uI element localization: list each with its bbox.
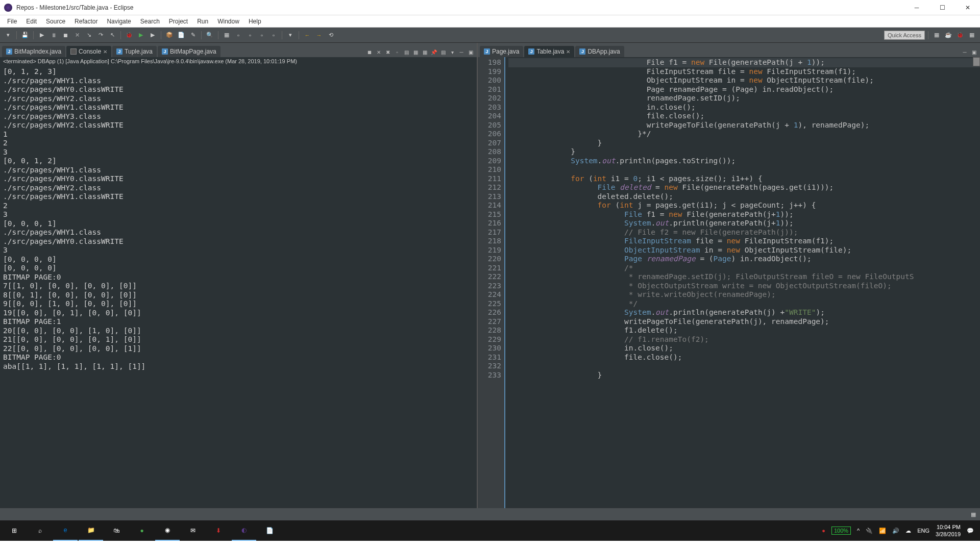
code-line[interactable]: in.close(); [508,103,980,112]
code-line[interactable]: /* [508,264,980,273]
perspective-resource-button[interactable]: ▦ [932,30,942,40]
console-toolbtn-2[interactable]: ✖ [384,48,392,56]
new-button[interactable]: ▾ [3,30,13,40]
console-toolbtn-10[interactable]: ─ [457,48,465,56]
debug-pause-button[interactable]: ⏸ [48,30,59,40]
code-line[interactable]: } [508,139,980,148]
editor[interactable]: 1981992002012022032042052062072082092102… [478,57,980,508]
code-line[interactable]: File deleted = new File(generatePath(pag… [508,183,980,192]
maximize-button[interactable]: ☐ [934,2,950,14]
code-line[interactable]: FileInputStream file = new FileInputStre… [508,237,980,246]
menu-window[interactable]: Window [213,17,243,26]
console-toolbtn-11[interactable]: ▣ [467,48,475,56]
code-line[interactable]: renamedPage.setID(j); [508,94,980,103]
perspective-git-button[interactable]: ▦ [967,30,977,40]
code-line[interactable]: f1.delete(); [508,326,980,335]
new-package-button[interactable]: 📦 [164,30,175,40]
perspective-java-button[interactable]: ☕ [943,30,953,40]
code-line[interactable]: System.out.println(generatePath(j+1)); [508,219,980,228]
debug-resume-button[interactable]: ▶ [37,30,47,40]
tab-table-java[interactable]: Table.java✕ [524,46,574,57]
battery-indicator[interactable]: 100% [831,527,851,535]
console-toolbtn-4[interactable]: ▤ [402,48,410,56]
step-into-button[interactable]: ↘ [84,30,94,40]
tab-bitmappage-java[interactable]: BitMapPage.java [158,46,220,57]
edge-taskbar-icon[interactable]: e [53,520,78,541]
code-line[interactable]: ObjectInputStream in = new ObjectInputSt… [508,76,980,85]
code-line[interactable]: deleted.delete(); [508,192,980,202]
step-over-button[interactable]: ↷ [95,30,106,40]
console-toolbtn-9[interactable]: ▾ [448,48,456,56]
chrome-taskbar-icon[interactable]: ◉ [155,520,180,541]
menu-help[interactable]: Help [244,17,265,26]
code-line[interactable]: File f1 = new File(generatePath(j + 1)); [508,58,980,67]
minimize-button[interactable]: ─ [909,2,925,14]
code-line[interactable]: // File f2 = new File(generatePath(j)); [508,228,980,237]
tab-dbapp-java[interactable]: DBApp.java [575,46,624,57]
code-line[interactable]: writePageToFile(generatePath(j + 1), ren… [508,121,980,130]
code-line[interactable]: File f1 = new File(generatePath(j+1)); [508,210,980,219]
tab-close-icon[interactable]: ✕ [566,49,570,55]
toggle-mark-button[interactable]: ▫ [233,30,243,40]
menu-search[interactable]: Search [136,17,164,26]
close-button[interactable]: ✕ [960,2,976,14]
tab-tuple-java[interactable]: Tuple.java [112,46,157,57]
overview-ruler[interactable] [973,57,980,66]
console-output[interactable]: [0, 1, 2, 3] ./src/pages/WHY1.class ./sr… [0,66,477,508]
next-annotation-button[interactable]: ▾ [285,30,296,40]
console-toolbtn-3[interactable]: ▫ [393,48,401,56]
system-tray[interactable]: ● 100% ^ 🔌 📶 🔊 ☁ ENG 10:04 PM 3/28/2019 … [818,523,978,538]
mail-taskbar-icon[interactable]: ✉ [181,520,205,541]
tab-close-icon[interactable]: ✕ [103,49,107,55]
volume-icon[interactable]: 🔊 [892,528,899,534]
code-line[interactable] [508,362,980,371]
menu-project[interactable]: Project [165,17,192,26]
menu-run[interactable]: Run [193,17,212,26]
code-line[interactable]: * write.writeObject(renamedPage); [508,290,980,299]
code-line[interactable]: // f1.renameTo(f2); [508,335,980,344]
store-taskbar-icon[interactable]: 🛍 [104,520,129,541]
clock[interactable]: 10:04 PM 3/28/2019 [936,523,961,538]
debug-button[interactable]: 🐞 [124,30,134,40]
step-return-button[interactable]: ↖ [107,30,117,40]
tray-up-icon[interactable]: ^ [857,528,860,534]
tab-bitmapindex-java[interactable]: BitMapIndex.java [2,46,65,57]
search-button[interactable]: 🔍 [205,30,215,40]
console-toolbtn-7[interactable]: 📌 [430,48,438,56]
acrobat-taskbar-icon[interactable]: ⬇ [206,520,231,541]
code-line[interactable]: file.close(); [508,353,980,362]
code-line[interactable]: for (int i1 = 0; i1 < pages.size(); i1++… [508,174,980,184]
forward-button[interactable]: → [314,30,324,40]
power-icon[interactable]: 🔌 [866,528,873,534]
open-type-button[interactable]: ✎ [188,30,198,40]
code-line[interactable]: file.close(); [508,112,980,121]
annotation-button[interactable]: ▫ [268,30,279,40]
menu-file[interactable]: File [3,17,21,26]
code-line[interactable]: } [508,147,980,157]
console-toolbtn-8[interactable]: ▤ [439,48,447,56]
onedrive-icon[interactable]: ☁ [905,528,911,534]
start-button[interactable]: ⊞ [2,520,27,541]
explorer-taskbar-icon[interactable]: 📁 [79,520,103,541]
menu-refactor[interactable]: Refactor [70,17,102,26]
search-taskbar-button[interactable]: ⌕ [28,520,52,541]
console-toolbtn-0[interactable]: ⏹ [365,48,374,56]
run-button[interactable]: ▶ [136,30,146,40]
debug-disconnect-button[interactable]: ⤫ [72,30,82,40]
menu-navigate[interactable]: Navigate [103,17,135,26]
tab-console[interactable]: Console✕ [66,46,111,57]
code-line[interactable]: }*/ [508,130,980,139]
console-toolbtn-5[interactable]: ▦ [411,48,420,56]
save-button[interactable]: 💾 [20,30,30,40]
eclipse-taskbar-icon[interactable]: ◐ [232,520,256,541]
code-line[interactable]: FileInputStream file = new FileInputStre… [508,67,980,77]
last-edit-button[interactable]: ⟲ [326,30,336,40]
menu-edit[interactable]: Edit [22,17,41,26]
perspective-debug-button[interactable]: 🐞 [955,30,965,40]
toggle-block-button[interactable]: ▫ [245,30,255,40]
debug-stop-button[interactable]: ⏹ [60,30,70,40]
editor-toolbtn-0[interactable]: ─ [961,48,969,56]
code-line[interactable]: } [508,371,980,380]
console-toolbtn-1[interactable]: ✕ [375,48,383,56]
notifications-icon[interactable]: 💬 [967,528,974,534]
